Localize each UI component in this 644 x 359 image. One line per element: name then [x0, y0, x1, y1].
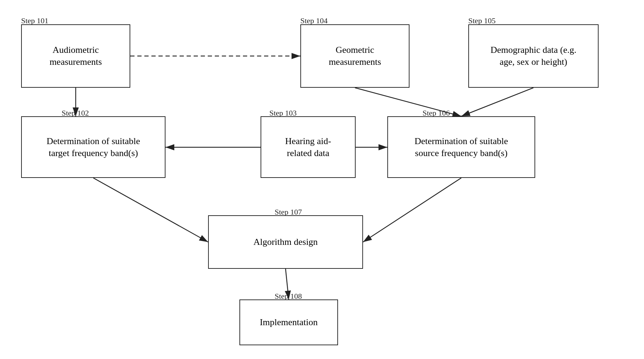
step104-text: Geometricmeasurements	[329, 44, 381, 68]
step101-text: Audiometricmeasurements	[50, 44, 102, 68]
step105-box: Demographic data (e.g.age, sex or height…	[468, 24, 599, 88]
step106-box: Determination of suitablesource frequenc…	[387, 116, 535, 178]
step102-text: Determination of suitabletarget frequenc…	[46, 135, 140, 159]
arrow-105-to-106	[461, 88, 533, 116]
step105-text: Demographic data (e.g.age, sex or height…	[490, 44, 576, 68]
step104-box: Geometricmeasurements	[300, 24, 409, 88]
arrow-102-to-107	[93, 178, 208, 242]
step103-text: Hearing aid-related data	[285, 135, 331, 159]
step108-box: Implementation	[239, 299, 338, 345]
step102-box: Determination of suitabletarget frequenc…	[21, 116, 165, 178]
step106-text: Determination of suitablesource frequenc…	[414, 135, 508, 159]
step107-box: Algorithm design	[208, 215, 363, 269]
step108-text: Implementation	[260, 316, 318, 328]
flowchart-diagram: Step 101 Step 104 Step 105 Step 102 Step…	[0, 0, 644, 359]
step103-box: Hearing aid-related data	[261, 116, 356, 178]
arrow-106-to-107	[363, 178, 461, 242]
step107-text: Algorithm design	[254, 236, 318, 248]
step101-box: Audiometricmeasurements	[21, 24, 130, 88]
